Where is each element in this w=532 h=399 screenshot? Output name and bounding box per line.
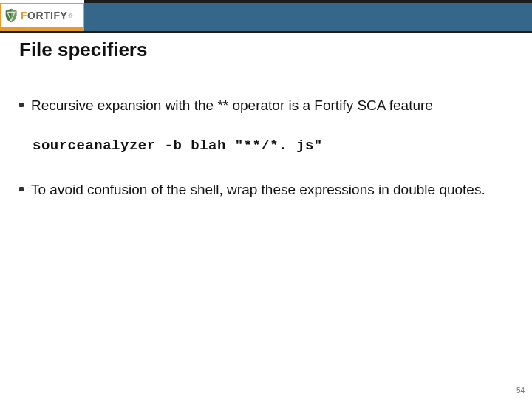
logo-rest: ORTIFY: [27, 10, 67, 21]
top-bar: FORTIFY ®: [0, 0, 532, 33]
bullet-dot-icon: [19, 187, 24, 191]
blue-bar: [84, 3, 532, 31]
bullet-item: Recursive expansion with the ** operator…: [19, 96, 507, 115]
fortify-logo: FORTIFY ®: [1, 4, 83, 27]
bottom-dark-line: [0, 31, 532, 33]
logo-accent: F: [21, 10, 27, 21]
logo-text: FORTIFY: [21, 10, 67, 21]
bullet-text: To avoid confusion of the shell, wrap th…: [31, 180, 485, 200]
page-number: 54: [516, 386, 525, 395]
bullet-text: Recursive expansion with the ** operator…: [31, 96, 433, 115]
shield-icon: [3, 7, 19, 24]
code-example: sourceanalyzer -b blah "**/*. js": [33, 137, 507, 154]
slide-content: Recursive expansion with the ** operator…: [19, 96, 507, 221]
bullet-dot-icon: [19, 103, 24, 107]
slide-title: File specifiers: [19, 38, 147, 61]
brand-strip: FORTIFY ®: [0, 3, 84, 31]
slide: FORTIFY ® File specifiers Recursive expa…: [0, 0, 532, 399]
bullet-item: To avoid confusion of the shell, wrap th…: [19, 180, 507, 200]
registered-mark: ®: [68, 13, 72, 19]
